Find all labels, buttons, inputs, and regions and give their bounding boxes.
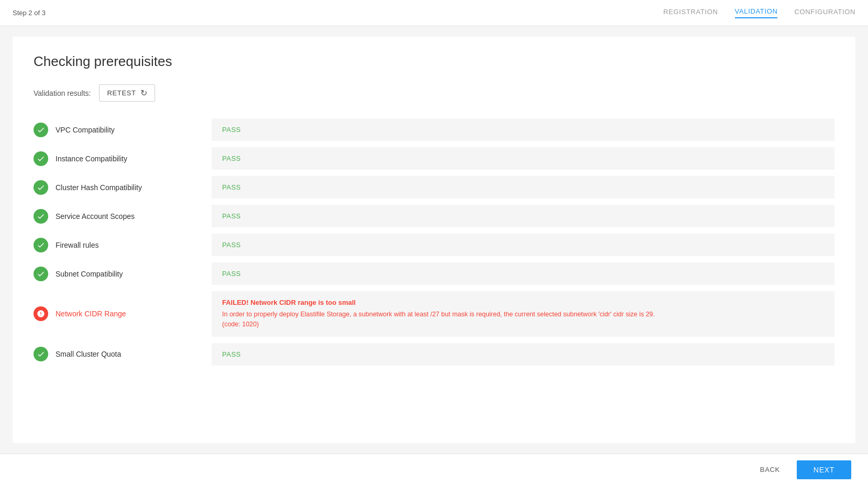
check-name: Instance Compatibility [56,155,127,163]
check-row: VPC CompatibilityPASS [34,118,834,141]
check-name: Service Account Scopes [56,212,135,221]
check-label-area: Cluster Hash Compatibility [34,176,212,199]
check-row: Network CIDR RangeFAILED! Network CIDR r… [34,291,834,337]
check-label-area: Firewall rules [34,234,212,256]
check-pass-icon [34,209,48,224]
check-label-area: Subnet Compatibility [34,262,212,285]
nav-step-registration[interactable]: REGISTRATION [663,8,718,18]
check-name: Cluster Hash Compatibility [56,183,142,192]
check-pass-icon [34,347,48,361]
validation-label: Validation results: [34,89,91,97]
nav-step-configuration[interactable]: CONFIGURATION [794,8,855,18]
footer-bar: BACK NEXT [0,454,868,485]
check-name: VPC Compatibility [56,126,115,134]
check-pass-icon [34,180,48,195]
result-pass-label: PASS [222,350,241,358]
check-name: Small Cluster Quota [56,350,121,358]
result-fail-title: FAILED! Network CIDR range is too small [222,299,356,306]
retest-button[interactable]: RETEST ↻ [99,84,155,102]
check-pass-icon [34,267,48,281]
check-pass-icon [34,123,48,137]
check-result: PASS [212,118,834,141]
check-row: Subnet CompatibilityPASS [34,262,834,285]
next-button[interactable]: NEXT [797,460,851,479]
check-result: PASS [212,343,834,366]
check-result: FAILED! Network CIDR range is too smallI… [212,291,834,337]
check-name: Subnet Compatibility [56,270,123,278]
check-row: Instance CompatibilityPASS [34,147,834,170]
check-row: Service Account ScopesPASS [34,205,834,227]
result-pass-label: PASS [222,270,241,278]
check-list: VPC CompatibilityPASSInstance Compatibil… [34,118,834,372]
check-label-area: Instance Compatibility [34,147,212,170]
main-content: Checking prerequisites Validation result… [13,37,855,443]
back-button[interactable]: BACK [752,461,788,478]
check-result: PASS [212,205,834,227]
result-fail-desc: In order to properly deploy Elastifile S… [222,310,655,329]
check-result: PASS [212,262,834,285]
check-name: Network CIDR Range [56,310,126,318]
check-label-area: Network CIDR Range [34,291,212,337]
check-result: PASS [212,234,834,256]
top-bar: Step 2 of 3 REGISTRATIONVALIDATIONCONFIG… [0,0,868,26]
result-pass-label: PASS [222,241,241,249]
refresh-icon: ↻ [140,88,148,98]
nav-steps: REGISTRATIONVALIDATIONCONFIGURATION [663,7,855,18]
check-row: Cluster Hash CompatibilityPASS [34,176,834,199]
check-pass-icon [34,238,48,252]
check-pass-icon [34,151,48,166]
check-result: PASS [212,147,834,170]
check-fail-icon [34,306,48,321]
check-row: Firewall rulesPASS [34,234,834,256]
result-pass-label: PASS [222,183,241,191]
validation-header: Validation results: RETEST ↻ [34,84,834,102]
check-label-area: Service Account Scopes [34,205,212,227]
nav-step-validation[interactable]: VALIDATION [735,7,778,18]
check-result: PASS [212,176,834,199]
check-name: Firewall rules [56,241,98,249]
check-row: Small Cluster QuotaPASS [34,343,834,366]
step-label: Step 2 of 3 [13,9,46,17]
result-pass-label: PASS [222,155,241,162]
check-label-area: Small Cluster Quota [34,343,212,366]
result-pass-label: PASS [222,126,241,134]
retest-label: RETEST [107,89,136,97]
result-pass-label: PASS [222,212,241,220]
check-label-area: VPC Compatibility [34,118,212,141]
page-title: Checking prerequisites [34,53,834,70]
